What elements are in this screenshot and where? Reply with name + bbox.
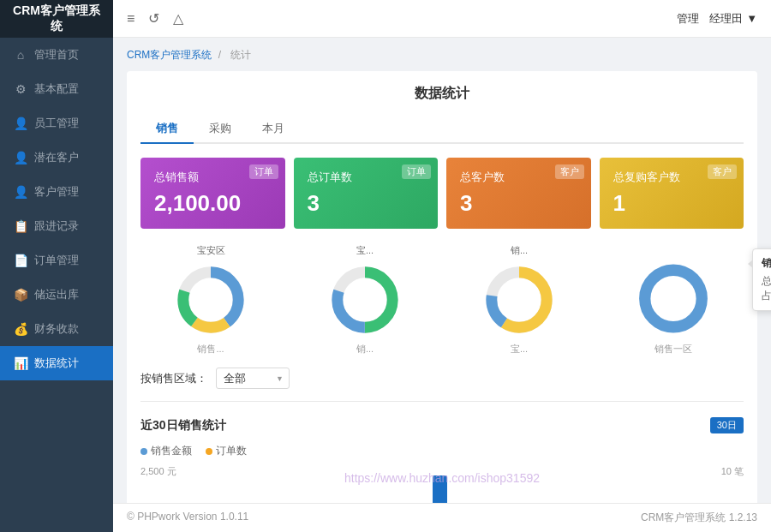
donut-svg-4 — [631, 258, 716, 339]
user-dropdown[interactable]: 经理田 ▼ — [709, 11, 757, 27]
sidebar-item-staff-label: 员工管理 — [34, 116, 79, 131]
donut-svg-3 — [476, 260, 562, 339]
filter-label: 按销售区域： — [140, 371, 207, 386]
chart-section-2: 近30日销售统计 30日 https://www.huzhan.com/isho… — [140, 414, 744, 503]
sidebar-item-potential[interactable]: 👤 潜在客户 — [0, 140, 113, 175]
footer: © PHPwork Version 1.0.11 CRM客户管理系统 1.2.1… — [113, 503, 771, 532]
chart1-top-label: 宝安区 — [197, 244, 225, 257]
sidebar-item-order-label: 订单管理 — [34, 253, 79, 268]
donut-charts-row: 宝安区 销售... 宝... — [140, 244, 744, 356]
stat-card-customers: 客户 总客户数 3 — [446, 158, 591, 229]
potential-icon: 👤 — [14, 151, 27, 164]
section-title: 数据统计 — [140, 85, 744, 103]
bar-chart-y-axis: 2,500 元 2,000 元 — [140, 465, 183, 503]
dropdown-icon: ▼ — [746, 12, 757, 25]
stat-card-repeat: 客户 总复购客户数 1 — [600, 158, 744, 229]
stat-badge-orders: 订单 — [402, 164, 431, 179]
tooltip-line2: 占比：100% — [762, 289, 771, 303]
stat-card-sales: 订单 总销售额 2,100.00 — [140, 158, 285, 229]
tooltip-line1: 总复购客户数：1人 — [762, 274, 771, 289]
sidebar-item-config-label: 基本配置 — [34, 81, 79, 97]
sidebar-item-order[interactable]: 📄 订单管理 — [0, 243, 113, 278]
refresh-icon[interactable]: ↺ — [148, 10, 159, 27]
sidebar-item-followup-label: 跟进记录 — [34, 218, 79, 234]
legend-label-orders: 订单数 — [216, 444, 247, 458]
sidebar-item-customer[interactable]: 👤 客户管理 — [0, 175, 113, 209]
content-area: CRM客户管理系统 / 统计 数据统计 销售 采购 本月 订单 总销售额 — [113, 38, 771, 503]
donut-chart-3: 销... 宝... — [449, 244, 589, 356]
manager-label: 经理田 — [709, 11, 743, 27]
bar-item-highlight — [433, 475, 447, 503]
sidebar-item-customer-label: 客户管理 — [34, 184, 79, 200]
sidebar-item-stats[interactable]: 📊 数据统计 — [0, 346, 113, 380]
chart2-bottom-label: 销... — [356, 343, 374, 356]
tooltip-title: 销售一区 — [762, 256, 771, 271]
staff-icon: 👤 — [14, 117, 27, 130]
topbar-left: ≡ ↺ △ — [127, 10, 183, 27]
tab-month[interactable]: 本月 — [247, 115, 300, 144]
legend-dot-orders — [206, 448, 212, 455]
home-nav-icon[interactable]: △ — [173, 10, 183, 27]
sidebar-item-home-label: 管理首页 — [34, 47, 79, 63]
sidebar: CRM客户管理系统 ⌂ 管理首页 ⚙ 基本配置 👤 员工管理 👤 潜在客户 👤 … — [0, 0, 113, 532]
donut-svg-2 — [322, 260, 408, 339]
sidebar-item-staff[interactable]: 👤 员工管理 — [0, 106, 113, 140]
breadcrumb: CRM客户管理系统 / 统计 — [127, 48, 757, 63]
sidebar-item-warehouse[interactable]: 📦 储运出库 — [0, 278, 113, 312]
y-label-1: 2,500 元 — [140, 465, 176, 478]
warehouse-icon: 📦 — [14, 288, 27, 302]
breadcrumb-root[interactable]: CRM客户管理系统 — [127, 49, 212, 61]
sidebar-item-finance-label: 财务收款 — [34, 321, 79, 337]
legend-orders: 订单数 — [206, 444, 247, 458]
main-area: ≡ ↺ △ 管理 经理田 ▼ CRM客户管理系统 / 统计 数 — [113, 0, 771, 532]
stat-badge-customers: 客户 — [555, 164, 584, 179]
sidebar-item-finance[interactable]: 💰 财务收款 — [0, 312, 113, 346]
tab-sales[interactable]: 销售 — [140, 115, 194, 144]
chart3-bottom-label: 宝... — [511, 343, 528, 356]
legend-dot-sales — [140, 448, 147, 455]
sidebar-item-warehouse-label: 储运出库 — [34, 287, 79, 302]
chart4-bottom-label: 销售一区 — [654, 343, 692, 356]
customer-icon: 👤 — [14, 185, 27, 199]
sidebar-item-home[interactable]: ⌂ 管理首页 — [0, 38, 113, 72]
sidebar-item-followup[interactable]: 📋 跟进记录 — [0, 209, 113, 243]
app-title: CRM客户管理系统 — [9, 3, 105, 34]
chart2-top-label: 宝... — [356, 244, 374, 257]
legend-sales: 销售金额 — [140, 444, 192, 458]
sidebar-item-stats-label: 数据统计 — [34, 356, 79, 371]
donut-chart-1: 宝安区 销售... — [140, 244, 281, 356]
chart-section-header: 近30日销售统计 30日 — [140, 417, 744, 433]
tab-purchase[interactable]: 采购 — [194, 115, 247, 144]
filter-select[interactable]: 全部 宝安区 销售一区 — [216, 368, 290, 389]
chart-section-title: 近30日销售统计 — [140, 418, 226, 433]
topbar: ≡ ↺ △ 管理 经理田 ▼ — [113, 0, 771, 38]
chart-area: https://www.huzhan.com/ishop31592 销售金额 订… — [140, 444, 744, 503]
y-right-label: 10 笔 — [721, 465, 744, 478]
stats-icon: 📊 — [14, 356, 27, 370]
sidebar-item-config[interactable]: ⚙ 基本配置 — [0, 72, 113, 106]
topbar-right: 管理 经理田 ▼ — [677, 11, 757, 27]
footer-right: CRM客户管理系统 1.2.13 — [641, 511, 757, 525]
chart-tooltip: 销售一区 总复购客户数：1人 占比：100% — [752, 248, 771, 311]
section-divider — [140, 401, 744, 402]
filter-select-wrap[interactable]: 全部 宝安区 销售一区 — [216, 368, 290, 389]
donut-chart-4: . 销售一区 销售一区 总复购客户数：1人 占比：100% — [603, 244, 744, 356]
menu-toggle-icon[interactable]: ≡ — [127, 11, 134, 27]
sidebar-nav: ⌂ 管理首页 ⚙ 基本配置 👤 员工管理 👤 潜在客户 👤 客户管理 📋 跟 — [0, 38, 113, 532]
stat-value-sales: 2,100.00 — [154, 190, 272, 217]
followup-icon: 📋 — [14, 219, 27, 233]
stat-badge-sales: 订单 — [249, 164, 278, 179]
sidebar-logo: CRM客户管理系统 — [0, 0, 113, 38]
stats-card: 数据统计 销售 采购 本月 订单 总销售额 2,100.00 订单 — [127, 71, 757, 503]
admin-label: 管理 — [677, 11, 699, 27]
footer-left: © PHPwork Version 1.0.11 — [127, 511, 248, 525]
gear-icon: ⚙ — [14, 82, 27, 96]
bar-chart-bars — [183, 465, 714, 503]
filter-row: 按销售区域： 全部 宝安区 销售一区 — [140, 368, 744, 389]
stat-cards-row: 订单 总销售额 2,100.00 订单 总订单数 3 客户 总客户数 3 — [140, 158, 744, 229]
stat-value-customers: 3 — [460, 190, 577, 217]
stat-value-orders: 3 — [308, 190, 425, 217]
right-axis: 10 笔 — [714, 465, 744, 503]
stat-badge-repeat: 客户 — [708, 164, 737, 179]
chart-legend: 销售金额 订单数 — [140, 444, 744, 458]
